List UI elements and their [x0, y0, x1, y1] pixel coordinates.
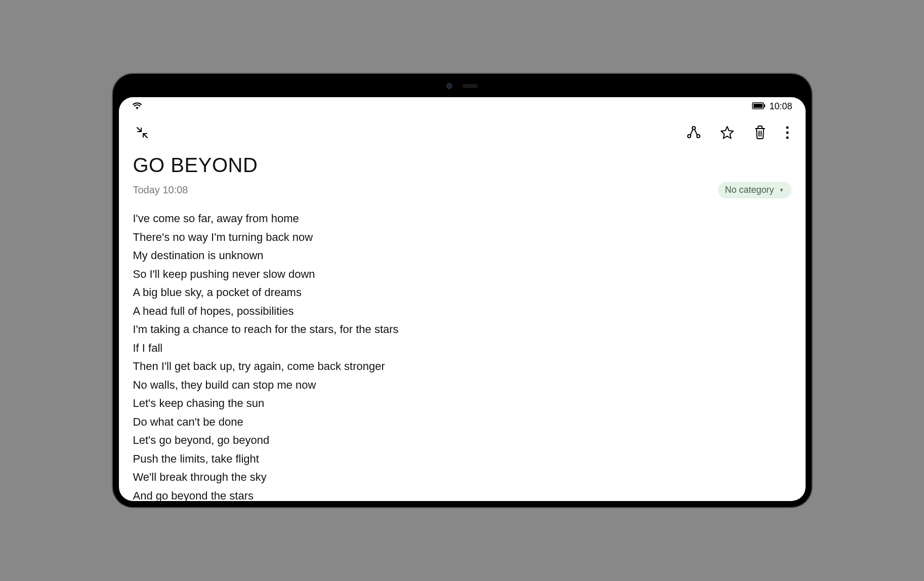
note-line[interactable]: My destination is unknown [133, 246, 791, 265]
note-line[interactable]: We'll break through the sky [133, 468, 791, 487]
more-button[interactable] [783, 123, 791, 143]
note-area: GO BEYOND Today 10:08 No category ▼ I've… [119, 149, 806, 501]
note-line[interactable]: I've come so far, away from home [133, 210, 791, 228]
toolbar [119, 114, 806, 149]
note-line[interactable]: If I fall [133, 339, 791, 358]
note-line[interactable]: So I'll keep pushing never slow down [133, 265, 791, 284]
note-line[interactable]: Push the limits, take flight [133, 450, 791, 469]
wifi-icon [132, 102, 142, 112]
note-line[interactable]: A big blue sky, a pocket of dreams [133, 283, 791, 302]
favorite-button[interactable] [718, 123, 737, 144]
note-title[interactable]: GO BEYOND [133, 154, 791, 177]
collapse-icon [135, 126, 149, 141]
note-line[interactable]: Do what can't be done [133, 413, 791, 432]
note-body[interactable]: I've come so far, away from homeThere's … [133, 210, 791, 501]
trash-icon [753, 125, 767, 142]
note-line[interactable]: A head full of hopes, possibilities [133, 302, 791, 321]
chevron-down-icon: ▼ [779, 187, 784, 193]
delete-button[interactable] [751, 123, 769, 144]
collapse-button[interactable] [133, 123, 151, 143]
svg-rect-2 [764, 104, 765, 107]
category-chip[interactable]: No category ▼ [718, 182, 791, 198]
note-line[interactable]: Then I'll get back up, try again, come b… [133, 357, 791, 376]
svg-point-12 [786, 137, 788, 139]
status-bar: 10:08 [119, 97, 806, 114]
svg-point-10 [786, 127, 788, 129]
star-icon [720, 125, 735, 142]
status-time: 10:08 [769, 101, 792, 112]
note-line[interactable]: And go beyond the stars [133, 487, 791, 501]
more-vertical-icon [785, 126, 789, 141]
svg-point-5 [692, 127, 695, 130]
note-line[interactable]: I'm taking a chance to reach for the sta… [133, 320, 791, 339]
tablet-frame: 10:08 [113, 74, 812, 507]
share-button[interactable] [684, 123, 703, 144]
svg-line-6 [690, 130, 693, 136]
svg-line-7 [694, 130, 697, 136]
note-line[interactable]: Let's keep chasing the sun [133, 394, 791, 413]
note-line[interactable]: There's no way I'm turning back now [133, 228, 791, 247]
screen: 10:08 [119, 97, 806, 501]
share-icon [686, 125, 701, 142]
note-line[interactable]: Let's go beyond, go beyond [133, 431, 791, 450]
battery-icon [752, 102, 766, 111]
svg-rect-1 [753, 104, 763, 108]
svg-point-11 [786, 132, 788, 134]
category-label: No category [725, 185, 774, 195]
tablet-camera [446, 83, 478, 89]
note-timestamp: Today 10:08 [133, 184, 188, 196]
note-line[interactable]: No walls, they build can stop me now [133, 376, 791, 395]
